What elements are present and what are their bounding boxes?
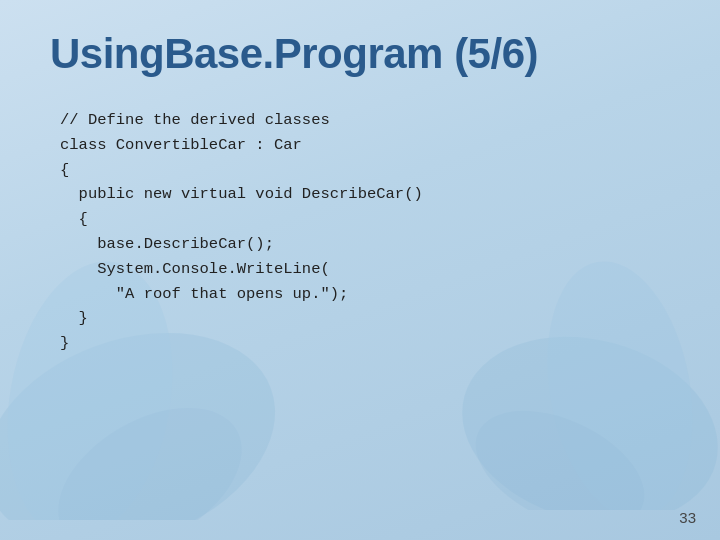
code-line: { — [60, 158, 670, 183]
code-line: System.Console.WriteLine( — [60, 257, 670, 282]
code-block: // Define the derived classesclass Conve… — [50, 108, 670, 356]
slide-number: 33 — [679, 509, 696, 526]
code-line: } — [60, 331, 670, 356]
slide-title: UsingBase.Program (5/6) — [50, 30, 670, 78]
code-line: base.DescribeCar(); — [60, 232, 670, 257]
slide-content: UsingBase.Program (5/6) // Define the de… — [0, 0, 720, 376]
code-line: // Define the derived classes — [60, 108, 670, 133]
code-line: "A roof that opens up."); — [60, 282, 670, 307]
code-line: class ConvertibleCar : Car — [60, 133, 670, 158]
code-line: public new virtual void DescribeCar() — [60, 182, 670, 207]
code-line: } — [60, 306, 670, 331]
code-line: { — [60, 207, 670, 232]
svg-point-5 — [457, 387, 662, 510]
slide: UsingBase.Program (5/6) // Define the de… — [0, 0, 720, 540]
svg-point-2 — [33, 378, 266, 520]
